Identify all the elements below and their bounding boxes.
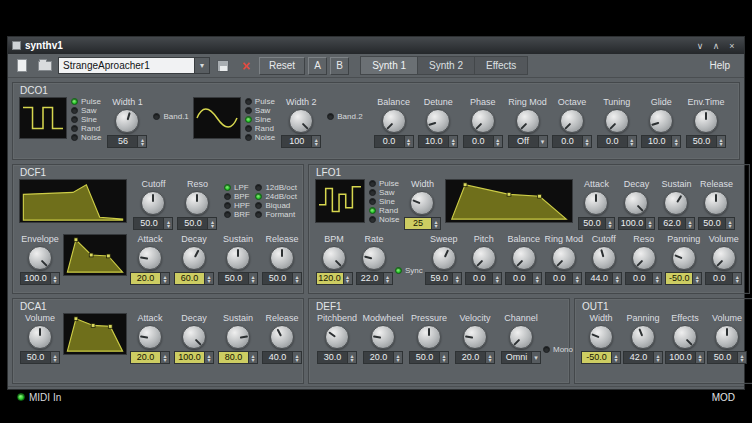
knob-dial-decay[interactable] <box>182 246 206 270</box>
spinbox-reso[interactable]: 0.0▴▾ <box>625 272 662 285</box>
knob-dial-pressure[interactable] <box>417 325 441 349</box>
spinbox-effects[interactable]: 100.0▴▾ <box>665 351 705 364</box>
knob-dial-sustain[interactable] <box>226 246 250 270</box>
spin-arrows-icon[interactable]: ▴▾ <box>347 352 356 363</box>
spin-arrows-icon[interactable]: ▴▾ <box>204 352 213 363</box>
knob-dial-pitchbend[interactable] <box>325 325 349 349</box>
spinbox-width-2[interactable]: 100▴▾ <box>281 135 321 148</box>
radio-formant[interactable]: Formant <box>255 210 297 218</box>
radio-sine[interactable]: Sine <box>369 197 399 205</box>
spin-arrows-icon[interactable]: ▴▾ <box>605 218 614 229</box>
knob-dial-decay[interactable] <box>624 191 648 215</box>
new-preset-button[interactable] <box>12 56 32 76</box>
knob-dial-ring-mod[interactable] <box>516 109 540 133</box>
spin-arrows-icon[interactable]: ▴▾ <box>343 273 352 284</box>
spinbox-release[interactable]: 40.0▴▾ <box>262 351 302 364</box>
spin-arrows-icon[interactable]: ▴▾ <box>383 273 392 284</box>
dco1-wave1-scope[interactable] <box>19 97 67 139</box>
knob-dial-release[interactable] <box>704 191 728 215</box>
spin-arrows-icon[interactable]: ▴▾ <box>485 352 494 363</box>
spinbox-volume[interactable]: 50.0▴▾ <box>20 351 60 364</box>
spin-arrows-icon[interactable]: ▴▾ <box>137 136 146 147</box>
spin-arrows-icon[interactable]: ▴▾ <box>692 273 701 284</box>
radio-saw[interactable]: Saw <box>245 106 275 114</box>
spinbox-balance[interactable]: 0.0▴▾ <box>374 135 414 148</box>
knob-dial-reso[interactable] <box>632 246 656 270</box>
spinbox-rate[interactable]: 22.0▴▾ <box>356 272 393 285</box>
spinbox-attack[interactable]: 50.0▴▾ <box>578 217 615 230</box>
dcf1-filter-scope[interactable] <box>19 179 127 223</box>
maximize-button[interactable]: ∧ <box>708 39 724 53</box>
spinbox-width[interactable]: 25▴▾ <box>404 217 441 230</box>
spin-arrows-icon[interactable]: ▴▾ <box>492 273 501 284</box>
knob-dial-pitch[interactable] <box>472 246 496 270</box>
radio-12db-oct[interactable]: 12dB/oct <box>255 183 297 191</box>
spin-arrows-icon[interactable]: ▴▾ <box>292 352 301 363</box>
knob-dial-octave[interactable] <box>560 109 584 133</box>
spin-arrows-icon[interactable]: ▴▾ <box>448 136 457 147</box>
spinbox-glide[interactable]: 10.0▴▾ <box>641 135 681 148</box>
close-button[interactable]: × <box>724 39 740 53</box>
knob-dial-attack[interactable] <box>584 191 608 215</box>
spin-arrows-icon[interactable]: ▴▾ <box>204 273 213 284</box>
dcf1-envelope-scope[interactable] <box>63 234 127 276</box>
knob-dial-cutoff[interactable] <box>592 246 616 270</box>
spinbox-sustain[interactable]: 62.0▴▾ <box>658 217 695 230</box>
spinbox-envelope[interactable]: 100.0▴▾ <box>20 272 60 285</box>
spinbox-detune[interactable]: 10.0▴▾ <box>418 135 458 148</box>
knob-dial-sustain[interactable] <box>226 325 250 349</box>
minimize-button[interactable]: ∨ <box>692 39 708 53</box>
knob-dial-panning[interactable] <box>631 325 655 349</box>
spin-arrows-icon[interactable]: ▴▾ <box>716 136 725 147</box>
spin-arrows-icon[interactable]: ▴▾ <box>582 136 591 147</box>
radio-hpf[interactable]: HPF <box>224 201 250 209</box>
spin-arrows-icon[interactable]: ▴▾ <box>311 136 320 147</box>
spinbox-attack[interactable]: 20.0▴▾ <box>130 351 170 364</box>
spin-arrows-icon[interactable]: ▴▾ <box>452 273 461 284</box>
spin-arrows-icon[interactable]: ▴▾ <box>652 273 661 284</box>
knob-dial-balance[interactable] <box>382 109 406 133</box>
spinbox-attack[interactable]: 20.0▴▾ <box>130 272 170 285</box>
titlebar[interactable]: synthv1 ∨ ∧ × <box>8 37 744 54</box>
knob-dial-modwheel[interactable] <box>371 325 395 349</box>
lfo1-envelope-scope[interactable] <box>445 179 573 223</box>
combo-channel[interactable]: Omni▾ <box>501 351 541 364</box>
radio-24db-oct[interactable]: 24dB/oct <box>255 192 297 200</box>
open-preset-button[interactable] <box>35 56 55 76</box>
radio-band-1[interactable]: Band.1 <box>153 112 188 120</box>
knob-dial-width-2[interactable] <box>289 109 313 133</box>
knob-dial-rate[interactable] <box>362 246 386 270</box>
scene-b-button[interactable]: B <box>330 57 349 75</box>
knob-dial-panning[interactable] <box>672 246 696 270</box>
spin-arrows-icon[interactable]: ▴▾ <box>50 273 59 284</box>
knob-dial-sweep[interactable] <box>432 246 456 270</box>
spinbox-pitchbend[interactable]: 30.0▴▾ <box>317 351 357 364</box>
spinbox-cutoff[interactable]: 50.0▴▾ <box>133 217 173 230</box>
spinbox-panning[interactable]: 42.0▴▾ <box>623 351 663 364</box>
radio-sine[interactable]: Sine <box>245 115 275 123</box>
knob-dial-effects[interactable] <box>673 325 697 349</box>
radio-saw[interactable]: Saw <box>71 106 101 114</box>
knob-dial-attack[interactable] <box>138 246 162 270</box>
knob-dial-env-time[interactable] <box>694 109 718 133</box>
knob-dial-velocity[interactable] <box>463 325 487 349</box>
radio-mono[interactable]: Mono <box>543 345 573 353</box>
knob-dial-tuning[interactable] <box>605 109 629 133</box>
radio-saw[interactable]: Saw <box>369 188 399 196</box>
radio-brf[interactable]: BRF <box>224 210 250 218</box>
knob-dial-sustain[interactable] <box>664 191 688 215</box>
spin-arrows-icon[interactable]: ▴▾ <box>572 273 581 284</box>
radio-noise[interactable]: Noise <box>369 215 399 223</box>
spin-arrows-icon[interactable]: ▴▾ <box>439 352 448 363</box>
spinbox-decay[interactable]: 60.0▴▾ <box>174 272 214 285</box>
knob-dial-balance[interactable] <box>512 246 536 270</box>
knob-dial-decay[interactable] <box>182 325 206 349</box>
tab-synth1[interactable]: Synth 1 <box>360 56 417 75</box>
radio-sine[interactable]: Sine <box>71 115 101 123</box>
radio-noise[interactable]: Noise <box>245 133 275 141</box>
tab-synth2[interactable]: Synth 2 <box>417 56 474 75</box>
radio-pulse[interactable]: Pulse <box>245 97 275 105</box>
spinbox-phase[interactable]: 0.0▴▾ <box>463 135 503 148</box>
spin-arrows-icon[interactable]: ▴▾ <box>431 218 440 229</box>
spinbox-decay[interactable]: 100.0▴▾ <box>174 351 214 364</box>
